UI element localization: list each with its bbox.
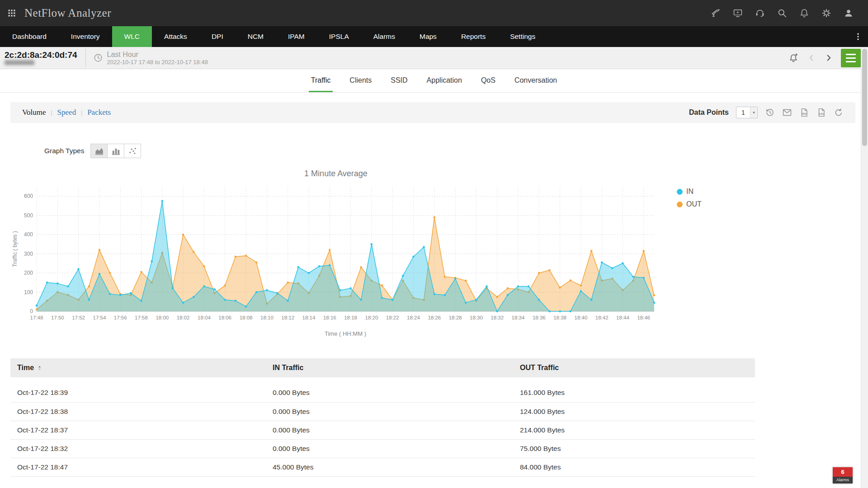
svg-text:18:16: 18:16 bbox=[323, 315, 336, 320]
nav-item-wlc[interactable]: WLC bbox=[112, 26, 152, 47]
svg-text:200: 200 bbox=[24, 270, 33, 276]
column-header-in-traffic[interactable]: IN Traffic bbox=[266, 358, 513, 377]
chevron-down-icon: ▾ bbox=[750, 107, 757, 118]
nav-item-ipam[interactable]: IPAM bbox=[276, 26, 317, 47]
chart-toolbar: Volume|Speed|Packets Data Points 1 ▾ PDF… bbox=[10, 102, 855, 123]
column-header-time[interactable]: Time bbox=[10, 358, 266, 377]
nav-item-inventory[interactable]: Inventory bbox=[59, 26, 112, 47]
svg-text:17:52: 17:52 bbox=[72, 315, 85, 320]
separator: | bbox=[81, 109, 82, 117]
table-cell: Oct-17-22 18:32 bbox=[10, 439, 266, 458]
svg-text:18:38: 18:38 bbox=[553, 315, 566, 320]
tab-conversation[interactable]: Conversation bbox=[512, 69, 559, 92]
table-cell: 214.000 Bytes bbox=[513, 421, 755, 439]
page-scrollbar[interactable] bbox=[861, 47, 868, 488]
settings-icon[interactable] bbox=[821, 8, 831, 18]
alarms-badge[interactable]: 6 Alarms bbox=[833, 467, 853, 483]
svg-text:CSV: CSV bbox=[819, 113, 825, 115]
svg-text:18:14: 18:14 bbox=[302, 315, 316, 320]
table-cell: 0.000 Bytes bbox=[266, 384, 513, 402]
svg-text:500: 500 bbox=[24, 212, 33, 219]
alarm-config-icon[interactable] bbox=[788, 52, 799, 63]
svg-text:17:56: 17:56 bbox=[114, 315, 127, 320]
graph-types: Graph Types bbox=[10, 144, 855, 158]
tab-qos[interactable]: QoS bbox=[479, 69, 498, 92]
table-cell: 45.000 Bytes bbox=[266, 458, 513, 476]
metric-view-speed[interactable]: Speed bbox=[57, 108, 76, 117]
svg-text:Time ( HH:MM ): Time ( HH:MM ) bbox=[325, 330, 366, 337]
nav-item-ncm[interactable]: NCM bbox=[236, 26, 276, 47]
nav-item-reports[interactable]: Reports bbox=[449, 26, 498, 47]
subheader: 2c:2d:8a:24:0d:74 Last Hour 2022-10-17 1… bbox=[0, 47, 868, 69]
tab-application[interactable]: Application bbox=[425, 69, 464, 92]
svg-text:18:04: 18:04 bbox=[198, 315, 211, 320]
svg-text:17:58: 17:58 bbox=[135, 315, 148, 320]
legend-item-in[interactable]: IN bbox=[677, 188, 702, 196]
table-header-row: TimeIN TrafficOUT Traffic bbox=[10, 358, 755, 377]
svg-text:18:20: 18:20 bbox=[365, 315, 378, 320]
svg-text:18:42: 18:42 bbox=[595, 315, 609, 320]
graph-type-column-button[interactable] bbox=[107, 144, 124, 158]
tab-traffic[interactable]: Traffic bbox=[309, 69, 333, 92]
nav-item-alarms[interactable]: Alarms bbox=[361, 26, 407, 47]
nav-item-dashboard[interactable]: Dashboard bbox=[0, 26, 59, 47]
nav-item-dpi[interactable]: DPI bbox=[199, 26, 236, 47]
svg-text:18:36: 18:36 bbox=[533, 315, 546, 320]
gt-scatter-icon bbox=[127, 146, 138, 156]
svg-text:18:06: 18:06 bbox=[218, 315, 231, 320]
side-menu-button[interactable] bbox=[841, 49, 861, 67]
table-cell: 124.000 Bytes bbox=[513, 402, 755, 421]
svg-text:300: 300 bbox=[24, 251, 33, 257]
tab-clients[interactable]: Clients bbox=[347, 69, 374, 92]
email-icon[interactable] bbox=[782, 108, 792, 117]
legend-dot bbox=[677, 189, 683, 195]
screen-share-icon[interactable] bbox=[733, 8, 743, 18]
metric-view-packets[interactable]: Packets bbox=[87, 108, 111, 117]
more-vert-icon[interactable] bbox=[854, 26, 868, 47]
svg-text:PDF: PDF bbox=[802, 113, 807, 115]
column-header-out-traffic[interactable]: OUT Traffic bbox=[513, 358, 755, 377]
table-spacer-row bbox=[10, 377, 755, 384]
legend-item-out[interactable]: OUT bbox=[677, 200, 702, 208]
table-cell: 75.000 Bytes bbox=[513, 439, 755, 458]
apps-grid-icon[interactable] bbox=[7, 9, 16, 18]
table-row: Oct-17-22 18:390.000 Bytes161.000 Bytes bbox=[10, 384, 755, 402]
nav-item-maps[interactable]: Maps bbox=[407, 26, 449, 47]
scrollbar-thumb[interactable] bbox=[862, 49, 867, 146]
alarms-count: 6 bbox=[833, 467, 853, 477]
svg-text:17:54: 17:54 bbox=[93, 315, 106, 320]
tab-ssid[interactable]: SSID bbox=[388, 69, 410, 92]
nav-item-settings[interactable]: Settings bbox=[498, 26, 547, 47]
reset-icon[interactable] bbox=[834, 108, 844, 117]
next-device-icon[interactable] bbox=[824, 53, 834, 63]
graph-types-label: Graph Types bbox=[44, 147, 84, 155]
metric-view-volume[interactable]: Volume bbox=[22, 108, 46, 117]
metric-view-switcher: Volume|Speed|Packets bbox=[22, 108, 111, 117]
column-header-label: Time bbox=[17, 364, 34, 371]
svg-text:18:24: 18:24 bbox=[407, 315, 420, 320]
rocket-icon[interactable] bbox=[711, 8, 721, 18]
traffic-chart[interactable]: Traffic ( bytes )010020030040050060017:4… bbox=[10, 181, 661, 339]
nav-item-attacks[interactable]: Attacks bbox=[152, 26, 199, 47]
svg-text:17:48: 17:48 bbox=[30, 315, 43, 320]
chart-area: Traffic ( bytes )010020030040050060017:4… bbox=[10, 181, 855, 339]
time-range-selector[interactable]: Last Hour 2022-10-17 17:48 to 2022-10-17… bbox=[93, 50, 208, 66]
schedule-icon[interactable] bbox=[765, 108, 775, 117]
previous-device-icon[interactable] bbox=[807, 53, 816, 63]
search-icon[interactable] bbox=[777, 8, 787, 18]
toolbar-right: Data Points 1 ▾ PDFCSV bbox=[689, 107, 844, 118]
svg-text:18:22: 18:22 bbox=[386, 315, 399, 320]
notifications-icon[interactable] bbox=[799, 8, 809, 18]
nav-item-ipsla[interactable]: IPSLA bbox=[317, 26, 361, 47]
export-pdf-icon[interactable]: PDF bbox=[799, 108, 809, 117]
export-csv-icon[interactable]: CSV bbox=[816, 108, 826, 117]
column-header-label: IN Traffic bbox=[273, 364, 303, 371]
svg-text:18:18: 18:18 bbox=[344, 315, 357, 320]
support-icon[interactable] bbox=[755, 8, 765, 18]
graph-type-scatter-button[interactable] bbox=[124, 144, 141, 158]
gt-column-icon bbox=[111, 146, 121, 156]
data-points-select[interactable]: 1 ▾ bbox=[736, 107, 758, 118]
table-cell: Oct-17-22 18:47 bbox=[10, 458, 266, 476]
graph-type-area-button[interactable] bbox=[90, 144, 108, 158]
user-avatar-icon[interactable] bbox=[844, 8, 854, 18]
